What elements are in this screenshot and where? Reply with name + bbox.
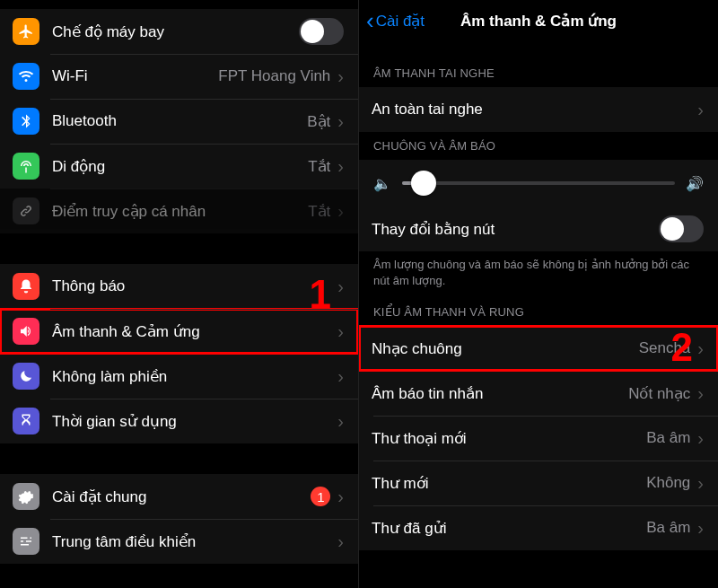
chevron-right-icon: ›: [337, 157, 344, 175]
row-value: Nốt nhạc: [628, 384, 690, 403]
chevron-right-icon: ›: [337, 487, 344, 505]
row-label: Âm thanh & Cảm ứng: [52, 322, 337, 341]
row-value: Tắt: [308, 157, 330, 176]
section-header: CHUÔNG VÀ ÂM BÁO: [359, 132, 718, 160]
bluetooth-icon: [13, 108, 39, 135]
moon-icon: [13, 363, 39, 390]
speaker-high-icon: 🔊: [686, 175, 704, 192]
chevron-left-icon: ‹: [366, 9, 374, 32]
row-label: An toàn tai nghe: [372, 101, 697, 118]
settings-row--m-b-o-tin-nh-n[interactable]: Âm báo tin nhắnNốt nhạc›: [359, 371, 718, 416]
section-footer: Âm lượng chuông và âm báo sẽ không bị ản…: [359, 251, 718, 298]
settings-row-thay-i-b-ng-n-t[interactable]: Thay đổi bằng nút: [359, 206, 718, 251]
row-value: Tắt: [308, 202, 330, 221]
row-label: Thư thoại mới: [372, 429, 646, 448]
volume-slider[interactable]: [402, 181, 675, 185]
chevron-right-icon: ›: [337, 277, 344, 295]
settings-row-kh-ng-l-m-phi-n[interactable]: Không làm phiền›: [0, 354, 358, 399]
row-value: FPT Hoang Vinh: [218, 67, 330, 85]
settings-row--i-m-truy-c-p-c-nh-n[interactable]: Điểm truy cập cá nhânTắt›: [0, 189, 358, 233]
speaker-icon: [13, 318, 39, 345]
row-value: Bật: [307, 112, 330, 131]
toggle[interactable]: [299, 18, 344, 45]
row-label: Bluetooth: [52, 112, 307, 130]
annotation-step-2: 2: [671, 325, 693, 370]
chevron-right-icon: ›: [337, 67, 344, 85]
row-label: Chế độ máy bay: [52, 22, 299, 41]
settings-row-ch-m-y-bay[interactable]: Chế độ máy bay: [0, 9, 358, 54]
row-label: Cài đặt chung: [52, 487, 311, 506]
back-button[interactable]: ‹ Cài đặt: [359, 9, 425, 32]
wifi-icon: [13, 63, 39, 90]
airplane-icon: [13, 18, 39, 45]
row-value: Ba âm: [646, 519, 690, 537]
row-value: Ba âm: [646, 429, 690, 447]
row-label: Nhạc chuông: [372, 339, 639, 358]
settings-row-th-tho-i-m-i[interactable]: Thư thoại mớiBa âm›: [359, 416, 718, 461]
row-label: Thay đổi bằng nút: [372, 220, 659, 239]
settings-row-c-i-t-chung[interactable]: Cài đặt chung1›: [0, 474, 358, 519]
annotation-step-1: 1: [310, 272, 331, 317]
section-header: ÂM THANH TAI NGHE: [359, 59, 718, 87]
chevron-right-icon: ›: [337, 532, 344, 550]
volume-slider-row: 🔈🔊: [359, 160, 718, 206]
link-icon: [13, 197, 39, 224]
chevron-right-icon: ›: [697, 101, 704, 118]
settings-row-trung-t-m-i-u-khi-n[interactable]: Trung tâm điều khiển›: [0, 519, 358, 564]
settings-row-th-ng-b-o[interactable]: Thông báo›: [0, 264, 358, 309]
row-label: Wi-Fi: [52, 67, 218, 85]
row-label: Điểm truy cập cá nhân: [52, 202, 308, 221]
chevron-right-icon: ›: [337, 412, 344, 430]
chevron-right-icon: ›: [337, 367, 344, 385]
row-label: Âm báo tin nhắn: [372, 384, 628, 403]
row-label: Thư mới: [372, 474, 646, 493]
settings-row--m-thanh-c-m-ng[interactable]: Âm thanh & Cảm ứng›: [0, 309, 358, 354]
bell-icon: [13, 273, 39, 300]
chevron-right-icon: ›: [697, 384, 704, 402]
chevron-right-icon: ›: [697, 339, 704, 357]
chevron-right-icon: ›: [337, 112, 344, 130]
back-label: Cài đặt: [376, 12, 425, 31]
row-label: Thư đã gửi: [372, 519, 646, 538]
toggle[interactable]: [659, 215, 704, 242]
chevron-right-icon: ›: [337, 202, 344, 220]
settings-row-th-i-gian-s-d-ng[interactable]: Thời gian sử dụng›: [0, 399, 358, 443]
notification-badge: 1: [311, 487, 330, 506]
hourglass-icon: [13, 408, 39, 434]
nav-header: ‹ Cài đặt Âm thanh & Cảm ứng: [359, 0, 718, 41]
chevron-right-icon: ›: [697, 429, 704, 447]
row-label: Thông báo: [52, 277, 337, 295]
settings-row-di-ng[interactable]: Di độngTắt›: [0, 144, 358, 189]
chevron-right-icon: ›: [337, 322, 344, 340]
chevron-right-icon: ›: [697, 474, 704, 492]
chevron-right-icon: ›: [697, 519, 704, 537]
sounds-haptics-pane: ‹ Cài đặt Âm thanh & Cảm ứng ÂM THANH TA…: [359, 0, 718, 588]
speaker-low-icon: 🔈: [373, 175, 391, 192]
row-label: Thời gian sử dụng: [52, 412, 337, 431]
row-label: Di động: [52, 157, 308, 176]
settings-row-th-g-i[interactable]: Thư đã gửiBa âm›: [359, 505, 718, 550]
settings-row-wi-fi[interactable]: Wi-FiFPT Hoang Vinh›: [0, 54, 358, 99]
antenna-icon: [13, 153, 39, 180]
sliders-icon: [13, 528, 39, 555]
row-label: Không làm phiền: [52, 367, 337, 386]
settings-row-an-to-n-tai-nghe[interactable]: An toàn tai nghe›: [359, 87, 718, 132]
section-header: KIỂU ÂM THANH VÀ RUNG: [359, 298, 718, 326]
row-value: Không: [646, 474, 690, 492]
settings-row-th-m-i[interactable]: Thư mớiKhông›: [359, 461, 718, 505]
row-label: Trung tâm điều khiển: [52, 532, 337, 551]
settings-row-nh-c-chu-ng[interactable]: Nhạc chuôngSencha›: [359, 326, 718, 371]
gear-icon: [13, 483, 39, 510]
settings-row-bluetooth[interactable]: BluetoothBật›: [0, 99, 358, 144]
settings-main-pane: Chế độ máy bayWi-FiFPT Hoang Vinh›Blueto…: [0, 0, 359, 588]
